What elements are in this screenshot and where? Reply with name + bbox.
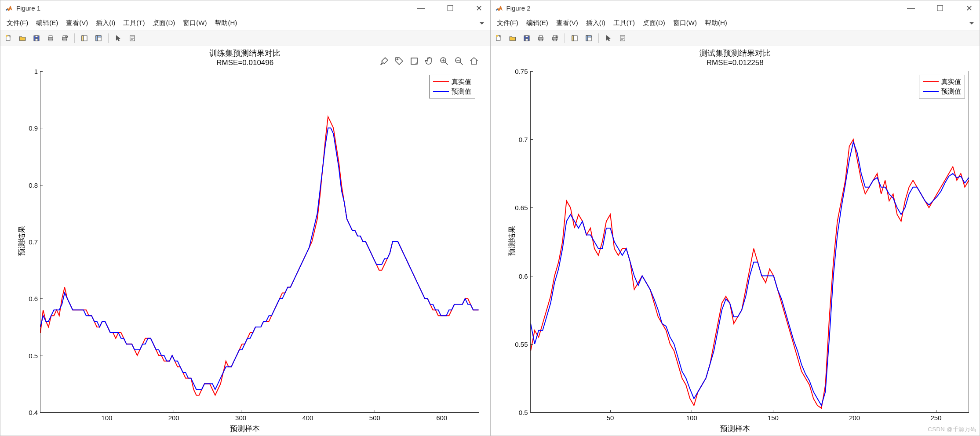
legend-real: 真实值 [923, 77, 961, 87]
x-tick-label: 600 [436, 414, 447, 421]
legend[interactable]: 真实值预测值 [429, 75, 475, 98]
menu-desktop[interactable]: 桌面(D) [639, 18, 669, 28]
minimize-button[interactable]: — [905, 4, 917, 13]
datatip-icon[interactable] [394, 56, 404, 66]
menu-tools[interactable]: 工具(T) [610, 18, 638, 28]
svg-rect-4 [35, 38, 38, 40]
svg-rect-28 [539, 36, 543, 37]
minimize-button[interactable]: — [415, 4, 427, 13]
save-icon[interactable] [30, 32, 43, 44]
svg-rect-35 [572, 36, 574, 41]
menu-edit[interactable]: 编辑(E) [33, 18, 62, 28]
maximize-button[interactable]: ☐ [444, 4, 456, 13]
x-tick-label: 300 [235, 414, 246, 421]
y-tick-label: 0.65 [515, 204, 528, 211]
layout-single-icon[interactable] [78, 32, 91, 44]
legend-swatch [433, 81, 449, 82]
svg-rect-29 [539, 39, 543, 41]
legend-real: 真实值 [433, 77, 471, 87]
x-tick-label: 200 [849, 414, 860, 421]
open-file-icon[interactable] [506, 32, 519, 44]
y-tick-label: 0.8 [29, 181, 38, 189]
y-tick-label: 0.4 [29, 409, 38, 416]
y-tick-label: 1 [34, 68, 38, 75]
y-tick-label: 0.7 [519, 136, 528, 143]
pointer-icon[interactable] [112, 32, 124, 44]
svg-rect-32 [553, 39, 557, 41]
legend-swatch [433, 91, 449, 92]
close-button[interactable]: ✕ [963, 4, 975, 13]
figure-window-2: Figure 2—☐✕文件(F)编辑(E)查看(V)插入(I)工具(T)桌面(D… [490, 0, 980, 436]
plot-area: 测试集预测结果对比RMSE=0.012258预测结果预测样本真实值预测值0.50… [491, 46, 980, 436]
menu-file[interactable]: 文件(F) [493, 18, 522, 28]
menu-window[interactable]: 窗口(W) [670, 18, 700, 28]
inspector-icon[interactable] [126, 32, 138, 44]
menubar: 文件(F)编辑(E)查看(V)插入(I)工具(T)桌面(D)窗口(W)帮助(H) [491, 16, 980, 30]
menu-file[interactable]: 文件(F) [3, 18, 32, 28]
brush-icon[interactable] [379, 56, 390, 66]
chart-subtitle: RMSE=0.012258 [491, 58, 980, 67]
svg-rect-25 [525, 36, 528, 37]
titlebar: Figure 1—☐✕ [0, 0, 490, 16]
y-tick-label: 0.6 [29, 295, 38, 302]
pointer-icon[interactable] [602, 32, 615, 44]
zoom-in-icon[interactable] [439, 56, 449, 66]
menu-desktop[interactable]: 桌面(D) [149, 18, 179, 28]
save-icon[interactable] [521, 32, 533, 44]
menu-help[interactable]: 帮助(H) [701, 18, 731, 28]
legend-swatch [923, 81, 939, 82]
toolbar [491, 30, 980, 46]
zoom-out-icon[interactable] [454, 56, 464, 66]
y-tick-label: 0.6 [519, 272, 528, 280]
inspector-icon[interactable] [616, 32, 629, 44]
layout-docked-icon[interactable] [92, 32, 105, 44]
x-tick-label: 100 [101, 414, 112, 421]
legend-swatch [923, 91, 939, 92]
menu-window[interactable]: 窗口(W) [179, 18, 210, 28]
y-tick-label: 0.5 [519, 409, 528, 416]
restore-view-icon[interactable] [469, 56, 479, 66]
x-axis-label: 预测样本 [491, 424, 980, 434]
legend-pred: 预测值 [433, 87, 471, 96]
y-tick-label: 0.55 [515, 340, 528, 348]
maximize-button[interactable]: ☐ [934, 4, 946, 13]
axes[interactable]: 真实值预测值0.40.50.60.70.80.91100200300400500… [40, 71, 479, 413]
menu-insert[interactable]: 插入(I) [92, 18, 119, 28]
axes[interactable]: 真实值预测值0.50.550.60.650.70.755010015020025… [530, 71, 969, 413]
menu-insert[interactable]: 插入(I) [583, 18, 609, 28]
menu-view[interactable]: 查看(V) [553, 18, 582, 28]
print-icon[interactable] [535, 32, 547, 44]
new-file-icon[interactable] [492, 32, 505, 44]
x-tick-label: 100 [686, 414, 697, 421]
new-file-icon[interactable] [2, 32, 15, 44]
series-line [531, 142, 969, 405]
print-preview-icon[interactable] [549, 32, 561, 44]
legend[interactable]: 真实值预测值 [919, 75, 965, 98]
svg-point-18 [397, 59, 398, 60]
menu-help[interactable]: 帮助(H) [211, 18, 240, 28]
legend-label: 预测值 [452, 87, 471, 96]
axes-toolbar [379, 56, 479, 66]
layout-docked-icon[interactable] [583, 32, 595, 44]
layout-single-icon[interactable] [568, 32, 581, 44]
svg-rect-38 [586, 36, 588, 41]
menu-edit[interactable]: 编辑(E) [523, 18, 552, 28]
open-file-icon[interactable] [16, 32, 29, 44]
svg-rect-16 [96, 36, 98, 41]
x-tick-label: 250 [930, 414, 941, 421]
legend-label: 真实值 [941, 78, 961, 86]
svg-rect-3 [35, 36, 38, 37]
annotate-icon[interactable] [409, 56, 419, 66]
pan-icon[interactable] [424, 56, 434, 66]
print-icon[interactable] [44, 32, 57, 44]
legend-label: 预测值 [941, 87, 961, 96]
y-tick-label: 0.75 [515, 68, 528, 75]
menu-dropdown-icon[interactable] [968, 20, 975, 27]
close-button[interactable]: ✕ [473, 4, 485, 13]
x-tick-label: 200 [168, 414, 179, 421]
print-preview-icon[interactable] [58, 32, 71, 44]
menu-view[interactable]: 查看(V) [62, 18, 91, 28]
menu-dropdown-icon[interactable] [478, 20, 485, 27]
svg-rect-7 [49, 39, 52, 41]
menu-tools[interactable]: 工具(T) [120, 18, 148, 28]
